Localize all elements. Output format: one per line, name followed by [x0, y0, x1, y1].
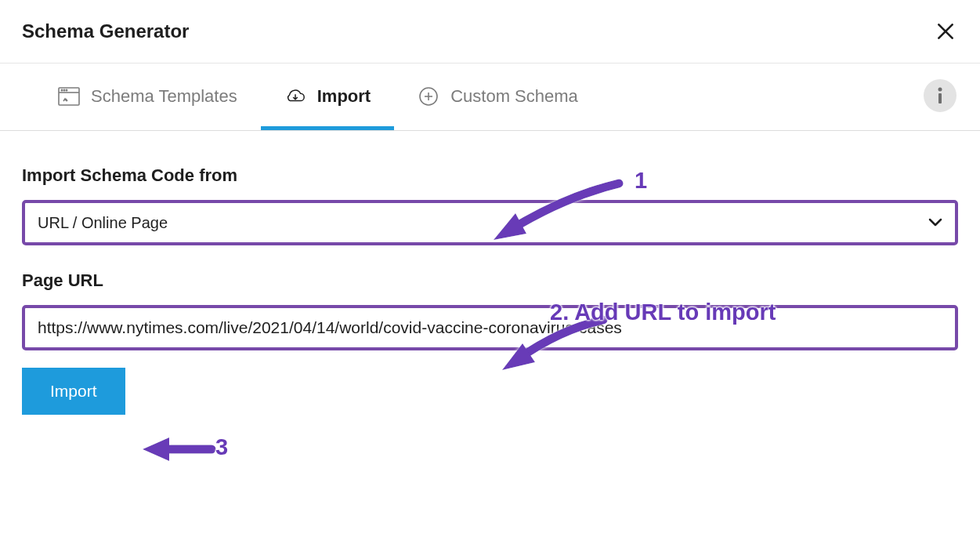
source-label: Import Schema Code from	[22, 165, 958, 186]
tab-custom-schema[interactable]: Custom Schema	[394, 64, 602, 130]
svg-rect-11	[938, 93, 942, 103]
tab-schema-templates[interactable]: Schema Templates	[34, 64, 261, 130]
url-label: Page URL	[22, 270, 958, 291]
import-button[interactable]: Import	[22, 368, 125, 415]
tab-import[interactable]: Import	[261, 64, 394, 130]
tab-label: Custom Schema	[450, 86, 578, 107]
svg-point-6	[66, 89, 67, 90]
info-button[interactable]	[924, 78, 956, 111]
tab-label: Import	[317, 86, 371, 107]
annotation-text-3: 3	[215, 434, 228, 460]
template-icon	[58, 85, 80, 107]
svg-point-4	[61, 89, 62, 90]
modal-title: Schema Generator	[22, 20, 189, 42]
tabs: Schema Templates Import Custom Schema	[0, 64, 980, 131]
url-input-wrapper	[22, 305, 958, 350]
main-content: Import Schema Code from URL / Online Pag…	[0, 131, 980, 437]
svg-point-5	[63, 89, 64, 90]
tab-label: Schema Templates	[91, 86, 237, 107]
url-input[interactable]	[25, 308, 955, 347]
close-icon	[935, 21, 956, 42]
svg-point-10	[938, 87, 942, 91]
source-select[interactable]: URL / Online Page	[25, 203, 955, 242]
info-icon	[936, 85, 944, 104]
modal-header: Schema Generator	[0, 0, 980, 64]
close-button[interactable]	[933, 19, 958, 44]
cloud-download-icon	[284, 85, 306, 107]
source-select-wrapper: URL / Online Page	[22, 200, 958, 245]
plus-circle-icon	[418, 85, 439, 107]
